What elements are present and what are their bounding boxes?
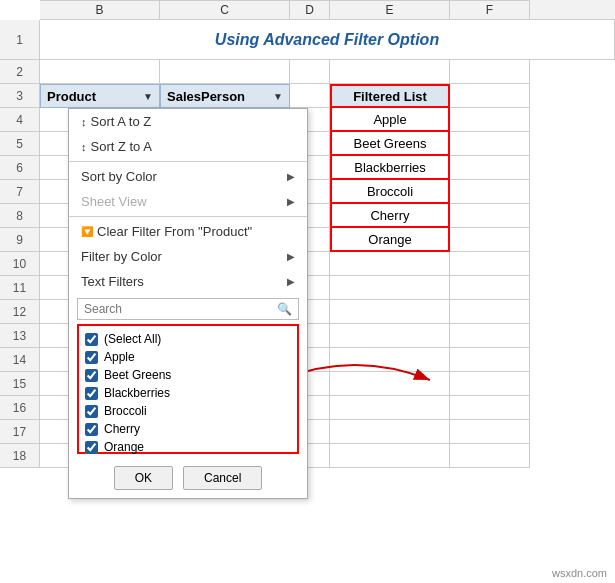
checkbox-orange[interactable]: Orange <box>85 438 291 456</box>
filtered-orange: Orange <box>330 228 450 252</box>
row-3: Product ▼ SalesPerson ▼ Filtered List <box>40 84 615 108</box>
row-header-1: 1 <box>0 20 40 60</box>
row-header-5: 5 <box>0 132 40 156</box>
row-header-16: 16 <box>0 396 40 420</box>
checkbox-list: (Select All) Apple Beet Greens Blackberr… <box>77 324 299 454</box>
text-filters-arrow: ▶ <box>287 276 295 287</box>
sort-az-item[interactable]: ↕ Sort A to Z <box>69 109 307 134</box>
cell-b2 <box>40 60 160 84</box>
cell-d2 <box>290 60 330 84</box>
col-header-c: D <box>290 0 330 19</box>
checkbox-cherry[interactable]: Cherry <box>85 420 291 438</box>
cell-e10 <box>330 252 450 276</box>
cell-c2 <box>160 60 290 84</box>
row-header-2: 2 <box>0 60 40 84</box>
row-header-11: 11 <box>0 276 40 300</box>
sort-za-item[interactable]: ↕ Sort Z to A <box>69 134 307 159</box>
product-header[interactable]: Product ▼ <box>40 84 160 108</box>
cell-f8 <box>450 204 530 228</box>
col-header-d: E <box>330 0 450 19</box>
spreadsheet: B C D E F 1 2 3 4 5 6 7 8 9 10 11 12 13 … <box>0 0 615 583</box>
watermark: wsxdn.com <box>552 567 607 579</box>
search-input[interactable] <box>84 302 277 316</box>
spreadsheet-title: Using Advanced Filter Option <box>40 20 615 60</box>
row-header-12: 12 <box>0 300 40 324</box>
col-header-a: B <box>40 0 160 19</box>
row-header-7: 7 <box>0 180 40 204</box>
row-header-15: 15 <box>0 372 40 396</box>
cell-f11 <box>450 276 530 300</box>
filtered-beet-greens: Beet Greens <box>330 132 450 156</box>
checkbox-apple[interactable]: Apple <box>85 348 291 366</box>
sort-az-icon: ↕ <box>81 116 87 128</box>
filtered-list-header: Filtered List <box>330 84 450 108</box>
checkbox-beet-greens[interactable]: Beet Greens <box>85 366 291 384</box>
row-header-6: 6 <box>0 156 40 180</box>
search-icon: 🔍 <box>277 302 292 316</box>
cell-d3 <box>290 84 330 108</box>
salesperson-header[interactable]: SalesPerson ▼ <box>160 84 290 108</box>
ok-button[interactable]: OK <box>114 466 173 490</box>
sheet-view-item[interactable]: Sheet View ▶ <box>69 189 307 214</box>
cell-f3 <box>450 84 530 108</box>
row-header-3: 3 <box>0 84 40 108</box>
row-header-4: 4 <box>0 108 40 132</box>
menu-buttons: OK Cancel <box>69 458 307 498</box>
row-header-10: 10 <box>0 252 40 276</box>
checkbox-select-all[interactable]: (Select All) <box>85 330 291 348</box>
row-2 <box>40 60 615 84</box>
cell-f5 <box>450 132 530 156</box>
row-header-17: 17 <box>0 420 40 444</box>
salesperson-dropdown-arrow[interactable]: ▼ <box>273 91 283 102</box>
divider-2 <box>69 216 307 217</box>
text-filters-item[interactable]: Text Filters ▶ <box>69 269 307 294</box>
col-header-e: F <box>450 0 530 19</box>
cell-f6 <box>450 156 530 180</box>
clear-filter-icon: 🔽 <box>81 226 93 237</box>
clear-filter-item[interactable]: 🔽 Clear Filter From "Product" <box>69 219 307 244</box>
divider-1 <box>69 161 307 162</box>
cell-f10 <box>450 252 530 276</box>
filtered-blackberries: Blackberries <box>330 156 450 180</box>
sort-by-color-item[interactable]: Sort by Color ▶ <box>69 164 307 189</box>
checkbox-blackberries[interactable]: Blackberries <box>85 384 291 402</box>
sort-by-color-arrow: ▶ <box>287 171 295 182</box>
filter-dropdown: ↕ Sort A to Z ↕ Sort Z to A Sort by Colo… <box>68 108 308 499</box>
cell-f7 <box>450 180 530 204</box>
row-header-9: 9 <box>0 228 40 252</box>
sheet-view-arrow: ▶ <box>287 196 295 207</box>
filtered-broccoli: Broccoli <box>330 180 450 204</box>
row-headers: 1 2 3 4 5 6 7 8 9 10 11 12 13 14 15 16 1… <box>0 20 40 468</box>
cell-e11 <box>330 276 450 300</box>
row-header-18: 18 <box>0 444 40 468</box>
cell-f4 <box>450 108 530 132</box>
filtered-apple: Apple <box>330 108 450 132</box>
filter-by-color-item[interactable]: Filter by Color ▶ <box>69 244 307 269</box>
search-box: 🔍 <box>77 298 299 320</box>
col-header-b: C <box>160 0 290 19</box>
row-header-13: 13 <box>0 324 40 348</box>
checkbox-broccoli[interactable]: Broccoli <box>85 402 291 420</box>
filter-by-color-arrow: ▶ <box>287 251 295 262</box>
sort-za-icon: ↕ <box>81 141 87 153</box>
cell-e2 <box>330 60 450 84</box>
row-header-8: 8 <box>0 204 40 228</box>
product-dropdown-arrow[interactable]: ▼ <box>143 91 153 102</box>
filtered-cherry: Cherry <box>330 204 450 228</box>
cell-f2 <box>450 60 530 84</box>
cancel-button[interactable]: Cancel <box>183 466 262 490</box>
row-header-14: 14 <box>0 348 40 372</box>
cell-f9 <box>450 228 530 252</box>
grid-area: Using Advanced Filter Option Product ▼ S… <box>40 20 615 468</box>
